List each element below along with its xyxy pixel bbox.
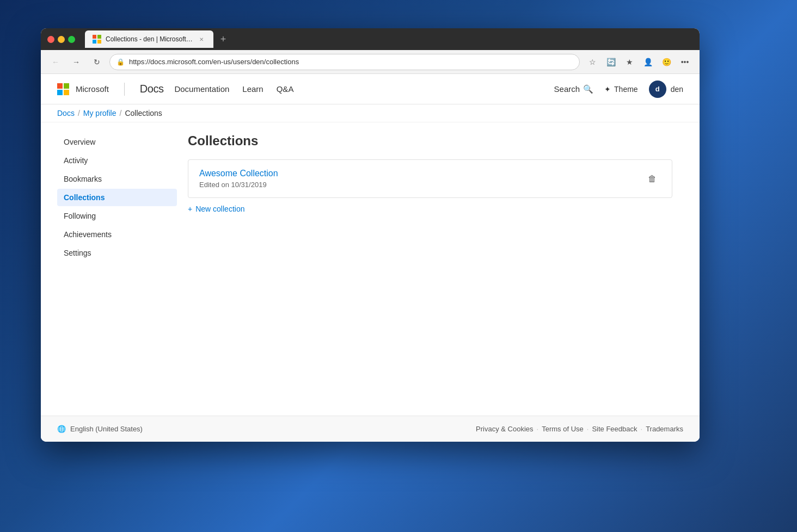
tab-favicon bbox=[93, 35, 101, 44]
breadcrumb-my-profile[interactable]: My profile bbox=[83, 109, 117, 117]
site-header: Microsoft Docs Documentation Learn Q&A S… bbox=[41, 74, 700, 104]
nav-learn[interactable]: Learn bbox=[242, 84, 263, 94]
search-label: Search bbox=[554, 84, 580, 94]
svg-rect-1 bbox=[97, 35, 101, 39]
microsoft-logo bbox=[57, 83, 69, 95]
locale-text: English (United States) bbox=[70, 425, 143, 433]
svg-rect-3 bbox=[97, 40, 101, 44]
page-content: Microsoft Docs Documentation Learn Q&A S… bbox=[41, 74, 700, 442]
new-tab-button[interactable]: + bbox=[216, 32, 231, 47]
svg-rect-2 bbox=[93, 40, 96, 44]
breadcrumb-bar: Docs / My profile / Collections bbox=[41, 104, 700, 122]
sidebar-item-overview[interactable]: Overview bbox=[57, 133, 177, 151]
sidebar-item-activity[interactable]: Activity bbox=[57, 152, 177, 169]
forward-button[interactable]: → bbox=[68, 54, 84, 70]
ms-square-green bbox=[64, 83, 69, 89]
title-bar: Collections - den | Microsoft Do ✕ + bbox=[41, 28, 700, 50]
footer-sep-1: · bbox=[537, 425, 539, 433]
footer-privacy[interactable]: Privacy & Cookies bbox=[476, 425, 533, 433]
breadcrumb-sep-1: / bbox=[78, 109, 80, 117]
nav-bar: ← → ↻ 🔒 https://docs.microsoft.com/en-us… bbox=[41, 50, 700, 74]
ms-square-yellow bbox=[64, 90, 69, 95]
url-text: https://docs.microsoft.com/en-us/users/d… bbox=[129, 58, 299, 66]
emoji-button[interactable]: 🙂 bbox=[658, 54, 675, 70]
new-collection-button[interactable]: + New collection bbox=[188, 205, 672, 213]
nav-qa[interactable]: Q&A bbox=[277, 84, 294, 94]
sidebar-item-collections[interactable]: Collections bbox=[57, 189, 177, 206]
footer-links: Privacy & Cookies · Terms of Use · Site … bbox=[476, 425, 683, 433]
header-right: Search 🔍 ✦ Theme d den bbox=[554, 81, 683, 98]
header-divider bbox=[124, 83, 125, 96]
collection-edited: Edited on 10/31/2019 bbox=[199, 181, 278, 189]
new-collection-label[interactable]: New collection bbox=[195, 205, 244, 213]
docs-brand-text[interactable]: Docs bbox=[140, 83, 164, 95]
sidebar-item-settings[interactable]: Settings bbox=[57, 244, 177, 262]
active-tab[interactable]: Collections - den | Microsoft Do ✕ bbox=[85, 30, 213, 48]
user-name[interactable]: den bbox=[671, 85, 683, 94]
traffic-lights bbox=[47, 36, 75, 43]
site-footer: 🌐 English (United States) Privacy & Cook… bbox=[41, 416, 700, 442]
refresh-button[interactable]: ↻ bbox=[89, 54, 105, 70]
site-nav: Documentation Learn Q&A bbox=[174, 84, 293, 94]
tab-bar: Collections - den | Microsoft Do ✕ + bbox=[85, 30, 231, 48]
footer-sep-3: · bbox=[641, 425, 643, 433]
collection-name[interactable]: Awesome Collection bbox=[199, 169, 278, 178]
footer-terms[interactable]: Terms of Use bbox=[542, 425, 584, 433]
minimize-button[interactable] bbox=[58, 36, 65, 43]
collection-card: Awesome Collection Edited on 10/31/2019 … bbox=[188, 159, 672, 198]
fullscreen-button[interactable] bbox=[68, 36, 75, 43]
theme-icon: ✦ bbox=[604, 85, 611, 94]
extensions-button[interactable]: 🔄 bbox=[603, 54, 619, 70]
tab-title: Collections - den | Microsoft Do bbox=[106, 35, 193, 43]
sidebar-item-following[interactable]: Following bbox=[57, 207, 177, 225]
search-icon: 🔍 bbox=[583, 84, 593, 94]
theme-label: Theme bbox=[614, 85, 638, 94]
sidebar: Overview Activity Bookmarks Collections … bbox=[57, 133, 177, 405]
breadcrumb-docs[interactable]: Docs bbox=[57, 109, 75, 117]
sidebar-item-achievements[interactable]: Achievements bbox=[57, 226, 177, 243]
close-button[interactable] bbox=[47, 36, 54, 43]
breadcrumb: Docs / My profile / Collections bbox=[57, 109, 162, 117]
lock-icon: 🔒 bbox=[117, 58, 125, 66]
user-area: d den bbox=[649, 81, 683, 98]
main-content: Collections Awesome Collection Edited on… bbox=[177, 133, 683, 405]
favorites-button[interactable]: ★ bbox=[621, 54, 637, 70]
breadcrumb-current: Collections bbox=[125, 109, 162, 117]
page-title: Collections bbox=[188, 133, 672, 149]
breadcrumb-sep-2: / bbox=[119, 109, 121, 117]
browser-window: Collections - den | Microsoft Do ✕ + ← →… bbox=[41, 28, 700, 442]
plus-icon: + bbox=[188, 205, 192, 213]
globe-icon: 🌐 bbox=[57, 425, 66, 433]
footer-trademarks[interactable]: Trademarks bbox=[646, 425, 683, 433]
theme-button[interactable]: ✦ Theme bbox=[604, 85, 638, 94]
profile-button[interactable]: 👤 bbox=[640, 54, 656, 70]
ms-square-red bbox=[57, 83, 63, 89]
delete-collection-button[interactable]: 🗑 bbox=[643, 172, 661, 186]
address-bar[interactable]: 🔒 https://docs.microsoft.com/en-us/users… bbox=[109, 54, 580, 70]
microsoft-logo-area: Microsoft Docs bbox=[57, 83, 163, 96]
back-button[interactable]: ← bbox=[47, 54, 64, 70]
tab-close-button[interactable]: ✕ bbox=[197, 35, 206, 44]
collection-info: Awesome Collection Edited on 10/31/2019 bbox=[199, 169, 278, 189]
nav-actions: ☆ 🔄 ★ 👤 🙂 ••• bbox=[584, 54, 693, 70]
user-avatar[interactable]: d bbox=[649, 81, 666, 98]
footer-feedback[interactable]: Site Feedback bbox=[592, 425, 637, 433]
svg-rect-0 bbox=[93, 35, 96, 39]
footer-locale: 🌐 English (United States) bbox=[57, 425, 143, 433]
ms-square-blue bbox=[57, 90, 63, 95]
bookmark-star-button[interactable]: ☆ bbox=[584, 54, 600, 70]
microsoft-brand-text: Microsoft bbox=[76, 84, 109, 94]
footer-sep-2: · bbox=[587, 425, 589, 433]
sidebar-item-bookmarks[interactable]: Bookmarks bbox=[57, 170, 177, 188]
nav-documentation[interactable]: Documentation bbox=[174, 84, 229, 94]
main-layout: Overview Activity Bookmarks Collections … bbox=[41, 122, 700, 416]
search-button[interactable]: Search 🔍 bbox=[554, 84, 594, 94]
more-button[interactable]: ••• bbox=[677, 54, 693, 70]
